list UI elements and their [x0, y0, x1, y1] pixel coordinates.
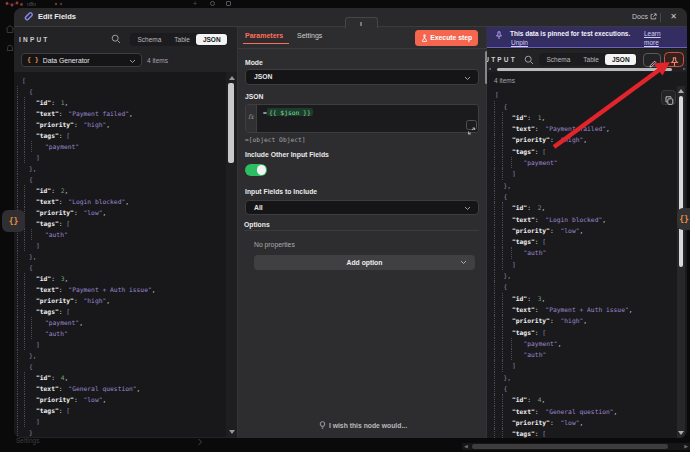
- input-panel-drag-handle[interactable]: {}: [2, 210, 25, 232]
- json-token-key: "tags": [36, 132, 59, 139]
- json-token-key: "priority": [36, 121, 74, 128]
- json-line: ]: [14, 152, 226, 163]
- output-vertical-scrollbar[interactable]: [677, 86, 685, 438]
- scrollbar-left-arrow-icon[interactable]: [488, 68, 491, 70]
- fields-include-select[interactable]: All: [245, 200, 479, 215]
- close-button[interactable]: ✕: [670, 12, 677, 22]
- page-scrollbar-thumb[interactable]: [472, 444, 668, 449]
- input-json-view[interactable]: [{"id": 1,"text": "Payment failed","prio…: [14, 72, 226, 437]
- json-token-str: "Payment + Auth issue": [68, 286, 151, 293]
- json-token-comma: ,: [79, 319, 83, 326]
- json-line: "tags": [: [487, 146, 677, 157]
- json-token-brk: [: [495, 91, 499, 98]
- output-search-icon[interactable]: [524, 55, 534, 65]
- json-token-comma: ,: [102, 209, 106, 216]
- output-scrollbar-thumb[interactable]: [679, 96, 684, 267]
- indent-guide: [494, 428, 495, 438]
- json-line: ]: [487, 360, 677, 371]
- indent-guide: [24, 119, 25, 130]
- json-token-brk: {: [504, 193, 508, 200]
- indent-guide: [502, 134, 503, 145]
- indent-guide: [17, 427, 18, 438]
- input-source-select[interactable]: { } Data Generator: [21, 53, 142, 67]
- canvas-square-icon: [226, 1, 231, 6]
- node-title: Edit Fields: [38, 12, 76, 21]
- add-option-button[interactable]: Add option: [254, 255, 475, 270]
- json-token-brk: ]: [512, 170, 516, 177]
- json-token-str: "Payment failed": [68, 110, 129, 117]
- json-token-brk: {: [29, 363, 33, 370]
- json-line: "id": 4,: [487, 394, 677, 405]
- fields-include-value: All: [254, 204, 263, 211]
- expand-expression-button[interactable]: [466, 120, 477, 130]
- json-expression-editor[interactable]: fx = {{ $json }}: [245, 104, 479, 133]
- output-horizontal-scrollbar[interactable]: [487, 68, 687, 72]
- json-line: {: [487, 383, 677, 394]
- output-hscrollbar-thumb[interactable]: [497, 68, 672, 71]
- docs-link[interactable]: Docs: [632, 13, 657, 20]
- indent-guide: [494, 168, 495, 179]
- node-feedback-link[interactable]: I wish this node would...: [238, 421, 488, 430]
- input-tab-table[interactable]: Table: [168, 34, 197, 45]
- edit-output-button[interactable]: [643, 53, 661, 68]
- output-tab-json[interactable]: JSON: [605, 54, 636, 65]
- fields-include-label: Input Fields to Include: [245, 188, 317, 195]
- scrollbar-down-arrow-icon[interactable]: [678, 431, 684, 435]
- learn-more-link-line2[interactable]: more: [644, 39, 659, 46]
- scrollbar-up-arrow-icon[interactable]: [229, 76, 235, 80]
- json-token-str: "Payment failed": [545, 125, 606, 132]
- json-token-brk: ]: [36, 418, 40, 425]
- json-line: "auth": [487, 247, 677, 258]
- indent-guide: [24, 317, 25, 328]
- input-tab-json[interactable]: JSON: [196, 34, 227, 45]
- json-token-brk: {: [504, 385, 508, 392]
- scrollbar-right-arrow-icon[interactable]: ▶: [684, 443, 688, 450]
- indent-guide: [502, 202, 503, 213]
- json-line: "priority": "low",: [487, 417, 677, 428]
- json-token-str: "auth": [45, 330, 68, 337]
- output-json-view[interactable]: [{"id": 1,"text": "Payment failed","prio…: [487, 86, 677, 438]
- json-token-brk: },: [504, 272, 512, 279]
- braces-icon: { }: [27, 56, 39, 64]
- chevron-down-icon: [464, 76, 471, 81]
- page-horizontal-scrollbar[interactable]: ◀ ▶: [462, 443, 690, 450]
- json-token-comma: ,: [65, 99, 69, 106]
- execute-step-button[interactable]: Execute step: [415, 30, 478, 46]
- output-panel-drag-handle[interactable]: {}: [677, 208, 690, 230]
- indent-guide: [17, 416, 18, 427]
- json-line: {: [14, 262, 226, 273]
- output-tab-schema[interactable]: Schema: [540, 54, 577, 65]
- json-token-str: "high": [561, 136, 584, 143]
- include-other-fields-toggle[interactable]: [245, 164, 267, 176]
- output-header-row: OUTPUT Schema Table JSON: [487, 49, 687, 68]
- json-token-colon: :: [527, 396, 535, 403]
- input-search-icon[interactable]: [111, 34, 121, 44]
- scrollbar-left-arrow-icon[interactable]: ◀: [464, 443, 468, 450]
- panel-drag-handle[interactable]: [345, 17, 378, 28]
- tab-parameters[interactable]: Parameters: [245, 32, 283, 39]
- json-token-key: "id": [36, 187, 51, 194]
- unpin-link[interactable]: Unpin: [511, 39, 528, 46]
- input-scrollbar-thumb[interactable]: [228, 83, 234, 163]
- options-divider: [244, 230, 479, 231]
- scrollbar-up-arrow-icon[interactable]: [678, 89, 684, 93]
- input-tab-schema[interactable]: Schema: [131, 34, 168, 45]
- scrollbar-right-arrow-icon[interactable]: [683, 68, 686, 70]
- mode-select[interactable]: JSON: [245, 69, 479, 85]
- json-line: "auth": [487, 349, 677, 360]
- json-line: "id": 4,: [14, 372, 226, 383]
- node-feedback-label: I wish this node would...: [329, 422, 407, 429]
- learn-more-link[interactable]: Learn: [644, 30, 661, 37]
- indent-guide: [502, 247, 503, 258]
- copy-icon: [665, 96, 674, 105]
- json-token-key: "id": [36, 275, 51, 282]
- input-vertical-scrollbar[interactable]: [226, 72, 237, 437]
- indent-guide: [24, 339, 25, 350]
- copy-output-button[interactable]: [661, 90, 676, 105]
- chevron-down-icon: [129, 59, 136, 64]
- scrollbar-down-arrow-icon[interactable]: [229, 430, 235, 434]
- output-tab-table[interactable]: Table: [577, 54, 606, 65]
- pin-data-button[interactable]: [664, 52, 684, 67]
- tab-settings[interactable]: Settings: [297, 32, 322, 39]
- json-token-brk: },: [504, 182, 512, 189]
